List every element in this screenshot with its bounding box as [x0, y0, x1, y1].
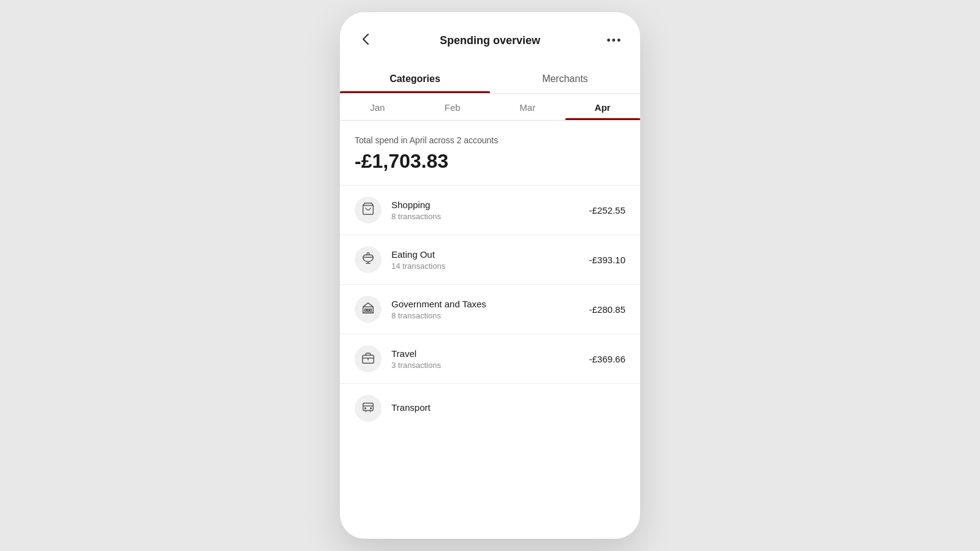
svg-rect-6	[370, 309, 372, 311]
back-button[interactable]	[355, 29, 377, 51]
category-name-travel: Travel	[391, 348, 589, 359]
category-icon-wrap-travel	[355, 345, 382, 372]
summary-section: Total spend in April across 2 accounts -…	[340, 121, 640, 186]
month-tab-bar: Jan Feb Mar Apr	[340, 94, 640, 121]
header: Spending overview •••	[340, 12, 640, 64]
tab-categories[interactable]: Categories	[340, 64, 490, 93]
more-button[interactable]: •••	[603, 29, 625, 51]
svg-point-15	[365, 407, 366, 408]
phone-frame: Spending overview ••• Categories Merchan…	[340, 12, 640, 539]
category-amount-eating-out: -£393.10	[589, 255, 625, 265]
category-item-government[interactable]: Government and Taxes 8 transactions -£28…	[340, 285, 640, 334]
category-icon-wrap-eating-out	[355, 246, 382, 273]
tab-feb[interactable]: Feb	[415, 94, 491, 120]
tab-apr[interactable]: Apr	[565, 94, 641, 120]
category-item-eating-out[interactable]: Eating Out 14 transactions -£393.10	[340, 235, 640, 285]
page-title: Spending overview	[440, 34, 540, 47]
category-icon-wrap-shopping	[355, 197, 382, 223]
category-name-shopping: Shopping	[391, 200, 589, 210]
bowl-icon	[361, 252, 375, 268]
category-name-eating-out: Eating Out	[391, 249, 589, 260]
svg-rect-11	[363, 403, 374, 410]
category-item-shopping[interactable]: Shopping 8 transactions -£252.55	[340, 186, 640, 235]
category-amount-shopping: -£252.55	[589, 205, 625, 216]
cart-icon	[361, 202, 375, 219]
category-name-government: Government and Taxes	[391, 299, 589, 309]
category-amount-travel: -£369.66	[589, 354, 625, 364]
svg-point-16	[371, 407, 372, 408]
svg-rect-4	[365, 309, 367, 311]
category-icon-wrap-government	[355, 296, 382, 323]
government-icon	[361, 301, 375, 318]
category-item-travel[interactable]: Travel 3 transactions -£369.66	[340, 334, 640, 384]
category-amount-government: -£280.85	[589, 304, 625, 315]
category-transactions-eating-out: 14 transactions	[391, 261, 589, 271]
category-info-shopping: Shopping 8 transactions	[391, 200, 589, 221]
category-info-transport: Transport	[391, 402, 625, 414]
tab-mar[interactable]: Mar	[490, 94, 565, 120]
category-icon-wrap-transport	[355, 395, 382, 422]
summary-amount: -£1,703.83	[355, 150, 625, 173]
category-name-transport: Transport	[391, 402, 625, 413]
svg-rect-5	[368, 309, 369, 311]
category-transactions-government: 8 transactions	[391, 311, 589, 320]
category-transactions-shopping: 8 transactions	[391, 212, 589, 221]
briefcase-icon	[361, 351, 375, 367]
bus-icon	[361, 400, 375, 417]
category-info-travel: Travel 3 transactions	[391, 348, 589, 370]
summary-label: Total spend in April across 2 accounts	[355, 135, 625, 145]
category-info-government: Government and Taxes 8 transactions	[391, 299, 589, 320]
tab-jan[interactable]: Jan	[340, 94, 415, 120]
tab-merchants[interactable]: Merchants	[490, 64, 640, 93]
more-icon: •••	[607, 34, 622, 47]
category-list: Shopping 8 transactions -£252.55 Eating …	[340, 186, 640, 539]
category-info-eating-out: Eating Out 14 transactions	[391, 249, 589, 271]
category-transactions-travel: 3 transactions	[391, 361, 589, 370]
back-icon	[362, 33, 369, 48]
category-item-transport[interactable]: Transport	[340, 384, 640, 433]
main-tab-bar: Categories Merchants	[340, 64, 640, 94]
